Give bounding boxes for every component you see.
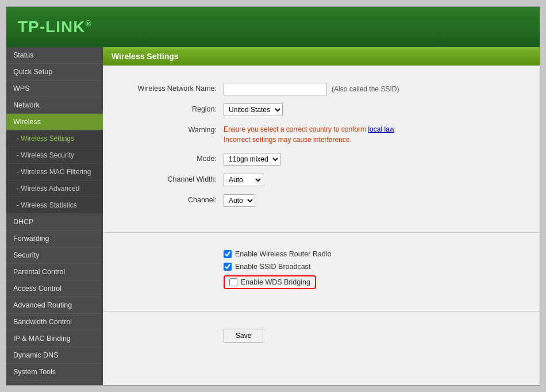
enable-wds-checkbox[interactable] — [229, 278, 237, 286]
enable-wds-row: Enable WDS Bridging — [224, 275, 522, 289]
sidebar-item-forwarding[interactable]: Forwarding — [6, 230, 103, 247]
sidebar-item-wireless-settings[interactable]: - Wireless Settings — [6, 130, 103, 147]
sidebar: Status Quick Setup WPS Network Wireless … — [6, 47, 103, 385]
sidebar-item-system-tools[interactable]: System Tools — [6, 364, 103, 381]
header: TP-LINK® — [6, 7, 540, 47]
mode-select[interactable]: 11bgn mixed 11b only 11g only 11n only — [224, 153, 280, 166]
divider2 — [103, 311, 540, 312]
warning-label: Warning: — [120, 124, 224, 134]
save-button[interactable]: Save — [224, 329, 263, 343]
mode-control: 11bgn mixed 11b only 11g only 11n only — [224, 153, 522, 166]
sidebar-item-wireless-mac[interactable]: - Wireless MAC Filtering — [6, 164, 103, 180]
logo-text: TP-LINK — [18, 18, 85, 36]
local-law-link[interactable]: local law — [368, 125, 394, 133]
channel-width-control: Auto 20MHz 40MHz — [224, 174, 522, 186]
body: Status Quick Setup WPS Network Wireless … — [6, 47, 540, 385]
region-select[interactable]: United States Canada ETSI Spain France M… — [224, 103, 283, 116]
sidebar-item-wireless-stats[interactable]: - Wireless Statistics — [6, 197, 103, 214]
sidebar-item-ip-mac-binding[interactable]: IP & MAC Binding — [6, 330, 103, 347]
sidebar-item-network[interactable]: Network — [6, 97, 103, 114]
channel-select[interactable]: Auto 1 6 11 — [224, 194, 255, 207]
sidebar-item-access-control[interactable]: Access Control — [6, 280, 103, 297]
save-row: Save — [103, 323, 540, 348]
main-content: Wireless Settings Wireless Network Name:… — [103, 47, 540, 385]
channel-width-select[interactable]: Auto 20MHz 40MHz — [224, 174, 263, 186]
sidebar-item-wireless-advanced[interactable]: - Wireless Advanced — [6, 180, 103, 197]
channel-label: Channel: — [120, 194, 224, 204]
enable-wds-label: Enable WDS Bridging — [241, 278, 310, 286]
sidebar-item-dhcp[interactable]: DHCP — [6, 214, 103, 230]
channel-control: Auto 1 6 11 — [224, 194, 522, 207]
logo-symbol: ® — [85, 19, 91, 28]
region-label: Region: — [120, 103, 224, 113]
sidebar-item-wireless[interactable]: Wireless — [6, 114, 103, 130]
warning-text: Ensure you select a correct country to c… — [224, 124, 522, 145]
region-row: Region: United States Canada ETSI Spain … — [120, 103, 522, 116]
sidebar-item-security[interactable]: Security — [6, 247, 103, 264]
sidebar-item-dynamic-dns[interactable]: Dynamic DNS — [6, 347, 103, 364]
warning-control: Ensure you select a correct country to c… — [224, 124, 522, 145]
enable-ssid-row: Enable SSID Broadcast — [224, 263, 522, 271]
mode-label: Mode: — [120, 153, 224, 163]
ssid-note: (Also called the SSID) — [332, 85, 399, 93]
channel-width-row: Channel Width: Auto 20MHz 40MHz — [120, 174, 522, 186]
network-name-label: Wireless Network Name: — [120, 83, 224, 93]
enable-radio-label: Enable Wireless Router Radio — [235, 250, 331, 258]
wds-highlight: Enable WDS Bridging — [224, 275, 316, 289]
network-name-control: TP-LINK_0919 (Also called the SSID) — [224, 83, 522, 95]
warning-row: Warning: Ensure you select a correct cou… — [120, 124, 522, 145]
section-title: Wireless Settings — [103, 47, 540, 66]
enable-ssid-label: Enable SSID Broadcast — [235, 263, 310, 271]
region-control: United States Canada ETSI Spain France M… — [224, 103, 522, 116]
divider — [103, 232, 540, 233]
sidebar-item-status[interactable]: Status — [6, 47, 103, 64]
sidebar-item-logout[interactable]: Logout — [6, 381, 103, 385]
enable-ssid-checkbox[interactable] — [224, 263, 232, 271]
enable-radio-checkbox[interactable] — [224, 250, 232, 258]
mode-row: Mode: 11bgn mixed 11b only 11g only 11n … — [120, 153, 522, 166]
sidebar-item-wps[interactable]: WPS — [6, 80, 103, 97]
sidebar-item-wireless-security[interactable]: - Wireless Security — [6, 147, 103, 164]
network-name-input[interactable]: TP-LINK_0919 — [224, 83, 327, 95]
channel-row: Channel: Auto 1 6 11 — [120, 194, 522, 207]
network-name-row: Wireless Network Name: TP-LINK_0919 (Als… — [120, 83, 522, 95]
checkbox-section: Enable Wireless Router Radio Enable SSID… — [103, 244, 540, 299]
logo: TP-LINK® — [18, 18, 92, 36]
sidebar-item-parental-control[interactable]: Parental Control — [6, 264, 103, 280]
warning-text2: Incorrect settings may cause interferenc… — [224, 136, 352, 144]
form-area: Wireless Network Name: TP-LINK_0919 (Als… — [103, 77, 540, 221]
channel-width-label: Channel Width: — [120, 174, 224, 183]
sidebar-item-advanced-routing[interactable]: Advanced Routing — [6, 297, 103, 314]
sidebar-item-quick-setup[interactable]: Quick Setup — [6, 64, 103, 80]
sidebar-item-bandwidth-control[interactable]: Bandwidth Control — [6, 314, 103, 330]
enable-radio-row: Enable Wireless Router Radio — [224, 250, 522, 258]
